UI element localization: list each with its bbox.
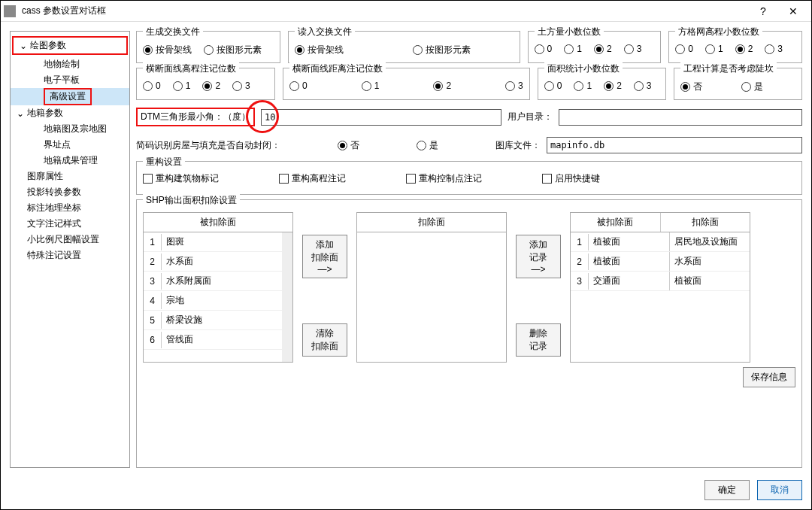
table-row[interactable]: 1植被面居民地及设施面 — [571, 232, 750, 252]
radio-elev-0[interactable]: 0 — [143, 80, 161, 91]
footer: 确定 取消 — [1, 477, 811, 509]
dialog-body: ⌄ 绘图参数 地物绘制 电子平板 高级设置 ⌄ 地籍参数 地籍图及宗地图 界址点… — [1, 22, 811, 477]
radio-sink-no[interactable]: 否 — [680, 80, 702, 93]
radio-area-3[interactable]: 3 — [634, 80, 652, 91]
radio-area-0[interactable]: 0 — [544, 80, 562, 91]
user-dir-input[interactable] — [559, 109, 802, 126]
window-title: cass 参数设置对话框 — [22, 5, 748, 17]
tree-drawing-params[interactable]: ⌄ 绘图参数 — [12, 36, 128, 55]
radio-grid-2[interactable]: 2 — [735, 44, 753, 54]
scrollbar[interactable] — [282, 232, 292, 362]
save-button[interactable]: 保存信息 — [743, 367, 795, 387]
group-elev-digits: 横断面线高程注记位数 0 1 2 3 — [136, 68, 275, 100]
cb-recon-ctrl[interactable]: 重构控制点注记 — [406, 172, 482, 185]
table-row[interactable]: 2水系面 — [144, 252, 282, 272]
auto-close-label: 简码识别房屋与填充是否自动封闭： — [136, 139, 280, 152]
table-deducted-src[interactable]: 被扣除面 1图斑2水系面3水系附属面4宗地5桥梁设施6管线面 — [143, 212, 293, 363]
radio-earth-0[interactable]: 0 — [535, 44, 553, 54]
radio-read-skeleton[interactable]: 按骨架线 — [295, 44, 344, 56]
add-deduct-button[interactable]: 添加 扣除面 —> — [302, 235, 347, 278]
radio-grid-3[interactable]: 3 — [765, 44, 783, 54]
radio-dist-2[interactable]: 2 — [433, 80, 451, 91]
user-dir-label: 用户目录： — [508, 111, 553, 123]
tree-proj-params[interactable]: 投影转换参数 — [11, 184, 129, 200]
tree-small-scale[interactable]: 小比例尺图幅设置 — [11, 232, 129, 247]
tree-ground-draw[interactable]: 地物绘制 — [11, 56, 129, 72]
add-record-button[interactable]: 添加 记录 —> — [516, 235, 561, 278]
help-button[interactable]: ? — [748, 5, 778, 17]
radio-earth-1[interactable]: 1 — [564, 44, 582, 54]
radio-gen-element[interactable]: 按图形元素 — [204, 44, 262, 56]
group-gen-exchange: 生成交换文件 按骨架线 按图形元素 — [136, 31, 280, 63]
col-deducted2: 被扣除面 — [571, 213, 661, 232]
radio-dist-0[interactable]: 0 — [289, 80, 308, 91]
radio-read-element[interactable]: 按图形元素 — [413, 44, 471, 56]
dtm-tri-input[interactable] — [261, 109, 501, 126]
sidebar-tree[interactable]: ⌄ 绘图参数 地物绘制 电子平板 高级设置 ⌄ 地籍参数 地籍图及宗地图 界址点… — [10, 31, 130, 468]
lib-file-input[interactable] — [547, 137, 802, 153]
close-button[interactable]: ✕ — [778, 5, 808, 17]
tree-layer-attr[interactable]: 图廓属性 — [11, 168, 129, 184]
clear-deduct-button[interactable]: 清除 扣除面 — [302, 323, 347, 357]
cb-enable-hotkey[interactable]: 启用快捷键 — [542, 172, 600, 185]
table-row[interactable]: 4宗地 — [144, 291, 282, 311]
radio-elev-3[interactable]: 3 — [232, 80, 250, 91]
group-area-decimals: 面积统计小数位数 0 1 2 3 — [538, 68, 666, 100]
radio-grid-1[interactable]: 1 — [705, 44, 723, 54]
cb-recon-elev[interactable]: 重构高程注记 — [279, 172, 346, 185]
col-deduct2: 扣除面 — [661, 213, 750, 232]
lib-file-label: 图库文件： — [495, 139, 541, 152]
group-read-exchange: 读入交换文件 按骨架线 按图形元素 — [288, 31, 520, 63]
dialog-window: cass 参数设置对话框 ? ✕ ⌄ 绘图参数 地物绘制 电子平板 高级设置 ⌄… — [0, 0, 812, 510]
table-row[interactable]: 3交通面植被面 — [571, 272, 750, 291]
tree-advanced[interactable]: 高级设置 — [11, 88, 129, 105]
table-row[interactable]: 6管线面 — [144, 330, 282, 350]
col-deduct: 扣除面 — [357, 213, 506, 232]
tree-special-anno[interactable]: 特殊注记设置 — [11, 247, 129, 263]
tree-boundary-point[interactable]: 界址点 — [11, 137, 129, 153]
group-consider-sinkhole: 工程计算是否考虑陡坎 否 是 — [674, 68, 802, 100]
dtm-tri-label: DTM三角形最小角：（度） — [136, 108, 255, 126]
radio-close-yes[interactable]: 是 — [417, 139, 438, 152]
chevron-down-icon: ⌄ — [17, 108, 24, 119]
table-row[interactable]: 2植被面水系面 — [571, 252, 750, 272]
group-grid-elev-decimals: 方格网高程小数位数 0 1 2 3 — [668, 31, 802, 63]
main-panel: 生成交换文件 按骨架线 按图形元素 读入交换文件 按骨架线 按图形元素 土方量 — [136, 31, 802, 468]
table-mapping[interactable]: 被扣除面 扣除面 1植被面居民地及设施面2植被面水系面3交通面植被面 — [570, 212, 750, 363]
col-deducted: 被扣除面 — [144, 213, 292, 232]
radio-area-1[interactable]: 1 — [574, 80, 592, 91]
list-deduct-target[interactable]: 扣除面 — [356, 212, 507, 363]
radio-area-2[interactable]: 2 — [604, 80, 622, 91]
table-row[interactable]: 3水系附属面 — [144, 272, 282, 291]
radio-earth-2[interactable]: 2 — [594, 44, 612, 54]
group-shp: SHP输出面积扣除设置 被扣除面 1图斑2水系面3水系附属面4宗地5桥梁设施6管… — [136, 199, 802, 468]
chevron-down-icon: ⌄ — [20, 41, 27, 51]
cb-recon-building[interactable]: 重构建筑物标记 — [143, 172, 219, 185]
group-dist-digits: 横断面线距离注记位数 0 1 2 3 — [283, 68, 530, 100]
tree-electronic-tablet[interactable]: 电子平板 — [11, 72, 129, 88]
tree-cadastre-params[interactable]: ⌄ 地籍参数 — [11, 105, 129, 121]
tree-cadastre-map[interactable]: 地籍图及宗地图 — [11, 121, 129, 137]
del-record-button[interactable]: 删除 记录 — [516, 323, 561, 357]
radio-elev-2[interactable]: 2 — [202, 80, 220, 91]
radio-elev-1[interactable]: 1 — [173, 80, 191, 91]
group-recon: 重构设置 重构建筑物标记 重构高程注记 重构控制点注记 启用快捷键 — [136, 161, 802, 195]
tree-cadastre-result[interactable]: 地籍成果管理 — [11, 153, 129, 168]
tree-text-style[interactable]: 文字注记样式 — [11, 216, 129, 232]
radio-gen-skeleton[interactable]: 按骨架线 — [143, 44, 192, 56]
radio-dist-1[interactable]: 1 — [362, 80, 380, 91]
radio-earth-3[interactable]: 3 — [624, 44, 642, 54]
ok-button[interactable]: 确定 — [704, 480, 750, 500]
radio-dist-3[interactable]: 3 — [505, 80, 523, 91]
group-earth-decimals: 土方量小数位数 0 1 2 3 — [528, 31, 662, 63]
table-row[interactable]: 1图斑 — [144, 232, 282, 252]
tree-geo-coords[interactable]: 标注地理坐标 — [11, 200, 129, 216]
radio-close-no[interactable]: 否 — [338, 139, 359, 152]
radio-sink-yes[interactable]: 是 — [741, 80, 763, 93]
cancel-button[interactable]: 取消 — [757, 480, 802, 500]
radio-grid-0[interactable]: 0 — [675, 44, 693, 54]
table-row[interactable]: 5桥梁设施 — [144, 311, 282, 330]
titlebar: cass 参数设置对话框 ? ✕ — [1, 1, 811, 22]
app-icon — [4, 5, 16, 17]
